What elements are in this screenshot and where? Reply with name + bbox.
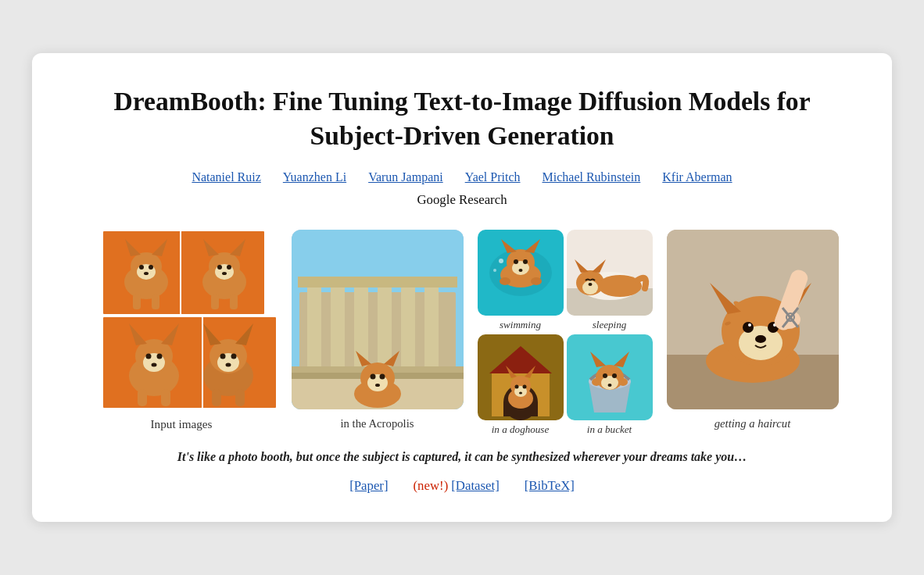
svg-point-110 — [618, 378, 628, 386]
svg-point-62 — [379, 373, 385, 379]
svg-point-63 — [375, 384, 380, 387]
svg-rect-10 — [152, 294, 159, 309]
acropolis-section: in the Acropolis — [292, 230, 464, 430]
svg-rect-49 — [378, 284, 392, 370]
svg-point-6 — [139, 265, 144, 270]
swimming-label: swimming — [500, 319, 541, 331]
svg-point-72 — [523, 259, 528, 264]
svg-point-107 — [612, 373, 617, 378]
haircut-image — [667, 230, 839, 409]
svg-rect-31 — [138, 389, 147, 406]
svg-rect-43 — [235, 389, 245, 406]
sleeping-label: sleeping — [593, 319, 627, 331]
bucket-label: in a bucket — [587, 423, 632, 436]
authors-row: Nataniel Ruiz Yuanzhen Li Varun Jampani … — [79, 170, 845, 184]
author-nataniel[interactable]: Nataniel Ruiz — [192, 170, 260, 184]
swimming-item: swimming — [478, 230, 564, 331]
input-image-2 — [180, 230, 266, 316]
bibtex-link[interactable]: [BibTeX] — [525, 478, 575, 494]
doghouse-image — [478, 334, 564, 420]
author-yael[interactable]: Yael Pritch — [465, 170, 521, 184]
page-title: DreamBooth: Fine Tuning Text-to-Image Di… — [79, 84, 845, 152]
grid-top-row: swimming — [478, 230, 653, 331]
acropolis-label: in the Acropolis — [340, 417, 414, 430]
svg-point-19 — [222, 272, 227, 275]
doghouse-item: in a doghouse — [478, 334, 564, 436]
svg-point-77 — [493, 269, 496, 272]
haircut-section: getting a haircut — [667, 230, 839, 430]
svg-point-71 — [514, 259, 518, 264]
svg-point-41 — [225, 362, 231, 366]
svg-point-17 — [217, 265, 222, 270]
svg-point-106 — [603, 373, 607, 378]
svg-point-98 — [522, 384, 526, 388]
bucket-image — [567, 334, 653, 420]
grid-bottom-row: in a doghouse — [478, 334, 653, 436]
input-section: Input images — [86, 230, 278, 431]
input-label: Input images — [151, 417, 213, 431]
svg-rect-47 — [331, 284, 345, 370]
svg-rect-9 — [133, 294, 141, 309]
svg-rect-42 — [212, 389, 221, 406]
svg-point-108 — [607, 384, 611, 387]
svg-point-40 — [231, 353, 236, 359]
svg-point-109 — [592, 378, 601, 386]
svg-point-120 — [748, 323, 751, 327]
svg-point-29 — [156, 353, 162, 359]
acropolis-image — [292, 230, 464, 409]
main-card: DreamBooth: Fine Tuning Text-to-Image Di… — [32, 53, 892, 521]
input-image-3 — [102, 316, 203, 409]
svg-point-74 — [500, 277, 510, 285]
sleeping-image — [567, 230, 653, 316]
links-row: [Paper] (new!) [Dataset] [BibTeX] — [79, 478, 845, 494]
svg-rect-50 — [401, 284, 415, 370]
sleeping-item: sleeping — [567, 230, 653, 331]
svg-rect-46 — [307, 284, 321, 370]
svg-point-85 — [588, 283, 592, 286]
svg-point-30 — [151, 362, 156, 366]
svg-rect-52 — [298, 277, 457, 288]
new-label: (new!) — [414, 478, 449, 493]
svg-point-39 — [220, 353, 225, 359]
grid-section: swimming — [478, 230, 653, 436]
svg-point-28 — [145, 353, 151, 359]
new-badge: (new!) [Dataset] — [414, 478, 500, 494]
svg-point-73 — [518, 269, 522, 272]
input-collage — [86, 230, 278, 409]
svg-point-105 — [601, 376, 618, 390]
svg-point-8 — [144, 272, 149, 275]
svg-point-76 — [499, 259, 503, 263]
author-yuanzhen[interactable]: Yuanzhen Li — [283, 170, 346, 184]
images-section: Input images — [79, 230, 845, 436]
input-image-1 — [102, 230, 188, 316]
swimming-image — [478, 230, 564, 316]
svg-point-84 — [582, 280, 598, 295]
dataset-link[interactable]: [Dataset] — [451, 478, 500, 493]
author-kfir[interactable]: Kfir Aberman — [662, 170, 732, 184]
svg-point-61 — [370, 373, 375, 379]
svg-rect-21 — [230, 294, 238, 309]
institution-label: Google Research — [79, 192, 845, 208]
svg-point-75 — [531, 277, 542, 285]
author-michael[interactable]: Michael Rubinstein — [543, 170, 641, 184]
haircut-label: getting a haircut — [714, 417, 791, 430]
svg-point-99 — [519, 391, 522, 394]
tagline: It's like a photo booth, but once the su… — [79, 450, 845, 464]
svg-rect-32 — [161, 389, 170, 406]
author-varun[interactable]: Varun Jampani — [368, 170, 443, 184]
bucket-item: in a bucket — [567, 334, 653, 436]
svg-rect-20 — [211, 294, 219, 309]
svg-point-118 — [743, 322, 754, 333]
svg-point-18 — [227, 265, 231, 270]
svg-point-7 — [149, 265, 153, 270]
doghouse-label: in a doghouse — [492, 423, 550, 436]
svg-point-97 — [514, 384, 518, 388]
paper-link[interactable]: [Paper] — [349, 478, 388, 494]
svg-point-122 — [755, 335, 766, 343]
svg-rect-51 — [424, 284, 439, 370]
